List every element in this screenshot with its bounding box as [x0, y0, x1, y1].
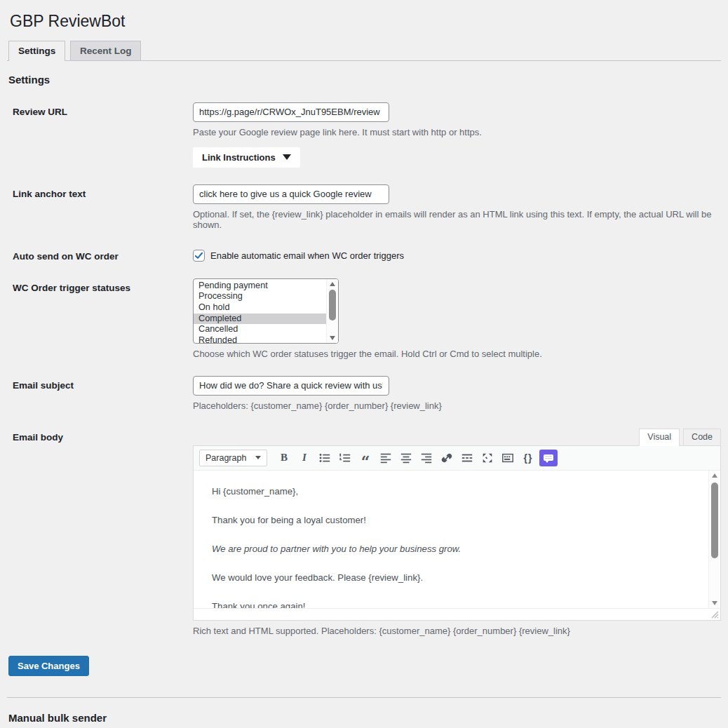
- read-more-icon[interactable]: [458, 450, 476, 466]
- row-review-url: Review URL Paste your Google review page…: [7, 102, 721, 168]
- auto-send-checkbox-label: Enable automatic email when WC order tri…: [210, 250, 404, 261]
- email-body-editor: Visual Code Paragraph B I: [193, 428, 721, 621]
- editor-paragraph: Thank you once again!: [212, 600, 692, 608]
- tab-code[interactable]: Code: [683, 429, 721, 446]
- chevron-down-icon: [255, 456, 261, 459]
- editor-mode-tabs: Visual Code: [193, 428, 721, 445]
- editor-scrollbar[interactable]: [708, 471, 720, 608]
- blockquote-icon[interactable]: “: [356, 450, 375, 466]
- editor-content[interactable]: Hi {customer_name}, Thank you for being …: [194, 471, 720, 608]
- status-option[interactable]: Refunded: [194, 335, 338, 344]
- row-trigger-statuses: WC Order trigger statuses Pending paymen…: [7, 278, 721, 359]
- editor-paragraph: Hi {customer_name},: [212, 485, 692, 497]
- bulk-sender-heading: Manual bulk sender: [8, 712, 720, 724]
- scrollbar-thumb[interactable]: [329, 290, 336, 321]
- save-button[interactable]: Save Changes: [8, 656, 89, 676]
- email-subject-input[interactable]: [193, 376, 389, 396]
- numbered-list-icon[interactable]: [336, 450, 354, 466]
- status-option[interactable]: Cancelled: [194, 324, 338, 335]
- email-subject-help: Placeholders: {customer_name} {order_num…: [193, 400, 721, 411]
- scroll-down-icon[interactable]: [709, 598, 720, 608]
- settings-heading: Settings: [8, 74, 721, 86]
- scroll-down-icon[interactable]: [327, 333, 338, 343]
- link-instructions-toggle[interactable]: Link Instructions: [193, 147, 300, 168]
- email-subject-label: Email subject: [7, 376, 193, 411]
- anchor-text-help: Optional. If set, the {review_link} plac…: [193, 209, 721, 230]
- listbox-scrollbar[interactable]: [326, 279, 338, 343]
- editor-statusbar: [194, 608, 720, 620]
- editor-paragraph: We would love your feedback. Please {rev…: [212, 572, 692, 584]
- trigger-statuses-help: Choose which WC order statuses trigger t…: [193, 349, 721, 359]
- bold-button[interactable]: B: [275, 450, 293, 466]
- italic-button[interactable]: I: [295, 450, 314, 466]
- review-url-help: Paste your Google review page link here.…: [193, 127, 721, 137]
- tab-settings[interactable]: Settings: [8, 41, 65, 61]
- tab-recent-log[interactable]: Recent Log: [70, 41, 142, 60]
- review-widget-icon[interactable]: [539, 450, 558, 466]
- fullscreen-icon[interactable]: [478, 450, 497, 466]
- email-body-help: Rich text and HTML supported. Placeholde…: [193, 626, 721, 636]
- review-url-input[interactable]: [193, 102, 389, 122]
- paragraph-format-select[interactable]: Paragraph: [199, 450, 267, 466]
- scroll-up-icon[interactable]: [709, 471, 720, 480]
- page-title: GBP ReviewBot: [7, 7, 721, 35]
- row-email-subject: Email subject Placeholders: {customer_na…: [7, 376, 721, 411]
- align-left-icon[interactable]: [377, 450, 395, 466]
- chevron-down-icon: [283, 154, 291, 160]
- check-icon: [194, 251, 203, 260]
- editor-toolbar: Paragraph B I “: [194, 446, 720, 471]
- status-option[interactable]: On hold: [194, 302, 338, 314]
- link-instructions-label: Link Instructions: [202, 152, 276, 163]
- auto-send-checkbox[interactable]: [193, 250, 205, 262]
- resize-grip[interactable]: [711, 611, 719, 619]
- auto-send-label: Auto send on WC order: [7, 247, 193, 262]
- align-right-icon[interactable]: [417, 450, 436, 466]
- link-icon[interactable]: [438, 450, 456, 466]
- trigger-statuses-listbox[interactable]: Pending payment Processing On hold Compl…: [193, 278, 339, 344]
- settings-page: GBP ReviewBot Settings Recent Log Settin…: [0, 0, 728, 728]
- editor-paragraph: Thank you for being a loyal customer!: [212, 514, 692, 526]
- tab-visual[interactable]: Visual: [639, 429, 680, 446]
- shortcode-braces-button[interactable]: {}: [519, 450, 537, 466]
- bullet-list-icon[interactable]: [316, 450, 334, 466]
- nav-tab-bar: Settings Recent Log: [7, 41, 721, 61]
- status-option[interactable]: Pending payment: [194, 281, 338, 292]
- anchor-text-label: Link anchor text: [7, 184, 193, 230]
- status-option[interactable]: Processing: [194, 291, 338, 302]
- scroll-up-icon[interactable]: [327, 279, 338, 289]
- scrollbar-thumb[interactable]: [711, 483, 718, 558]
- bulk-sender-section: Manual bulk sender Send a review request…: [7, 697, 721, 728]
- email-body-label: Email body: [7, 428, 193, 636]
- align-center-icon[interactable]: [397, 450, 415, 466]
- row-anchor-text: Link anchor text Optional. If set, the {…: [7, 184, 721, 230]
- row-auto-send: Auto send on WC order Enable automatic e…: [7, 247, 721, 262]
- paragraph-format-label: Paragraph: [205, 453, 246, 463]
- anchor-text-input[interactable]: [193, 184, 389, 204]
- row-email-body: Email body Visual Code Paragraph B I: [7, 428, 721, 636]
- toolbar-toggle-icon[interactable]: [499, 450, 517, 466]
- trigger-statuses-label: WC Order trigger statuses: [7, 278, 193, 359]
- review-url-label: Review URL: [7, 102, 193, 168]
- editor-paragraph: We are proud to partner with you to help…: [212, 543, 692, 555]
- status-option[interactable]: Completed: [194, 314, 338, 325]
